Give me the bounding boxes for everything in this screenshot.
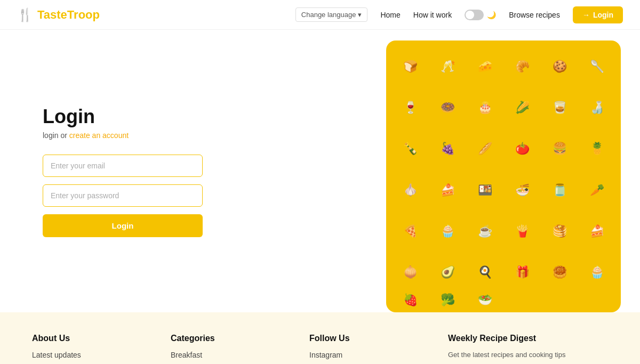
- food-doodle-item: 🍍: [578, 128, 615, 169]
- footer-digest: Weekly Recipe Digest Get the latest reci…: [448, 334, 608, 364]
- language-selector[interactable]: Change language ▾: [295, 7, 368, 22]
- language-label: Change language: [301, 11, 356, 19]
- food-doodle-item: 🍅: [503, 128, 541, 169]
- food-doodle-item: 🎂: [466, 87, 503, 128]
- footer-breakfast-link[interactable]: Breakfast: [171, 351, 277, 359]
- food-doodle-item: 🍶: [578, 87, 615, 128]
- nav-login-button[interactable]: → Login: [573, 6, 623, 23]
- food-doodle-item: 🥮: [541, 252, 578, 293]
- food-doodle-item: 🍷: [391, 87, 429, 128]
- food-doodle-item: 🍰: [429, 169, 466, 211]
- food-doodle-item: 🫙: [541, 169, 578, 211]
- footer-latest-updates-link[interactable]: Latest updates: [32, 351, 139, 359]
- food-doodle-item: 🍟: [503, 211, 541, 252]
- nav-login-label: Login: [593, 11, 613, 19]
- food-doodle-item: 🥂: [429, 46, 466, 87]
- left-panel: Login login or create an account Login: [0, 30, 384, 312]
- login-form-container: Login login or create an account Login: [43, 106, 203, 237]
- footer-instagram-link[interactable]: Instagram: [309, 351, 416, 359]
- right-panel: 🍞🥂🧀🥐🍪🥄🍷🍩🎂🌽🥃🍶🍾🍇🥖🍅🍔🍍🧄🍰🍱🍜🫙🥕🍕🧁☕🍟🥞🍰🧅🥑🍳🎁🥮🧁🍓🥦🥗: [384, 30, 640, 312]
- food-doodle-item: 🥐: [503, 46, 541, 87]
- email-input[interactable]: [43, 155, 203, 177]
- food-doodle-item: 🍱: [466, 169, 503, 211]
- food-doodle-item: 🎁: [503, 252, 541, 293]
- dark-mode-toggle-wrap: 🌙: [465, 10, 496, 20]
- footer-digest-subtitle: Get the latest recipes and cooking tips: [448, 351, 608, 359]
- food-doodle-item: 🧅: [391, 252, 429, 293]
- food-doodle-item: 🥕: [578, 169, 615, 211]
- food-doodle-item: 🥃: [541, 87, 578, 128]
- food-doodle-item: 🥗: [466, 293, 503, 307]
- login-arrow-icon: →: [582, 11, 590, 19]
- logo-troop: Troop: [67, 8, 100, 21]
- footer-categories-title: Categories: [171, 334, 277, 343]
- food-doodle-item: 🥄: [578, 46, 615, 87]
- browse-recipes-link[interactable]: Browse recipes: [509, 11, 560, 19]
- main-content: Login login or create an account Login 🍞…: [0, 30, 640, 312]
- food-doodle-item: 🍓: [391, 293, 429, 307]
- moon-icon: 🌙: [487, 11, 496, 19]
- logo[interactable]: 🍴 TasteTroop: [17, 7, 100, 22]
- food-doodle-item: 🍜: [503, 169, 541, 211]
- dark-mode-toggle[interactable]: [465, 10, 484, 20]
- create-account-link[interactable]: create an account: [69, 131, 129, 140]
- food-doodle-item: 🍪: [541, 46, 578, 87]
- logo-text: TasteTroop: [37, 8, 100, 22]
- password-input[interactable]: [43, 184, 203, 207]
- food-doodle-item: 🧁: [429, 211, 466, 252]
- food-doodle-item: ☕: [466, 211, 503, 252]
- chevron-down-icon: ▾: [358, 11, 362, 19]
- food-doodle-item: 🍔: [541, 128, 578, 169]
- home-link[interactable]: Home: [380, 11, 400, 19]
- login-subtitle: login or create an account: [43, 131, 203, 140]
- food-doodle-item: 🧄: [391, 169, 429, 211]
- footer-about-title: About Us: [32, 334, 139, 343]
- footer-digest-title: Weekly Recipe Digest: [448, 334, 608, 343]
- footer-categories: Categories Breakfast: [171, 334, 277, 364]
- food-doodle-item: 🍰: [578, 211, 615, 252]
- footer: About Us Latest updates Categories Break…: [0, 312, 640, 364]
- navbar: 🍴 TasteTroop Change language ▾ Home How …: [0, 0, 640, 30]
- login-title: Login: [43, 106, 203, 128]
- how-it-works-link[interactable]: How it work: [413, 11, 452, 19]
- food-doodle-item: 🍾: [391, 128, 429, 169]
- food-doodle-item: 🥞: [541, 211, 578, 252]
- footer-follow: Follow Us Instagram: [309, 334, 416, 364]
- food-doodles: 🍞🥂🧀🥐🍪🥄🍷🍩🎂🌽🥃🍶🍾🍇🥖🍅🍔🍍🧄🍰🍱🍜🫙🥕🍕🧁☕🍟🥞🍰🧅🥑🍳🎁🥮🧁🍓🥦🥗: [386, 41, 621, 312]
- food-doodle-item: 🍞: [391, 46, 429, 87]
- login-subtitle-text: login or: [43, 131, 69, 140]
- food-illustration-card: 🍞🥂🧀🥐🍪🥄🍷🍩🎂🌽🥃🍶🍾🍇🥖🍅🍔🍍🧄🍰🍱🍜🫙🥕🍕🧁☕🍟🥞🍰🧅🥑🍳🎁🥮🧁🍓🥦🥗: [386, 41, 621, 312]
- food-doodle-item: 🥖: [466, 128, 503, 169]
- food-doodle-item: 🥑: [429, 252, 466, 293]
- food-doodle-item: 🧀: [466, 46, 503, 87]
- food-doodle-item: 🍩: [429, 87, 466, 128]
- nav-links: Change language ▾ Home How it work 🌙 Bro…: [295, 6, 623, 23]
- footer-about: About Us Latest updates: [32, 334, 139, 364]
- login-button[interactable]: Login: [43, 214, 203, 237]
- food-doodle-item: 🍕: [391, 211, 429, 252]
- food-doodle-item: 🌽: [503, 87, 541, 128]
- food-doodle-item: 🥦: [429, 293, 466, 307]
- food-doodle-item: 🧁: [578, 252, 615, 293]
- food-doodle-item: 🍇: [429, 128, 466, 169]
- food-doodle-item: 🍳: [466, 252, 503, 293]
- logo-taste: Taste: [37, 8, 67, 21]
- logo-icon: 🍴: [17, 7, 33, 22]
- footer-follow-title: Follow Us: [309, 334, 416, 343]
